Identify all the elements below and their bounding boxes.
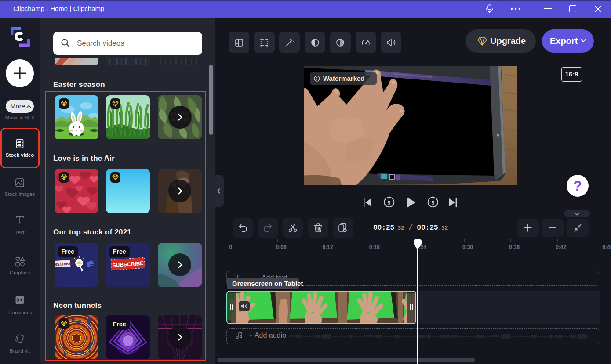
svg-text:?: ? bbox=[573, 178, 582, 194]
svg-text:5: 5 bbox=[432, 200, 434, 205]
svg-text:5: 5 bbox=[388, 200, 390, 205]
